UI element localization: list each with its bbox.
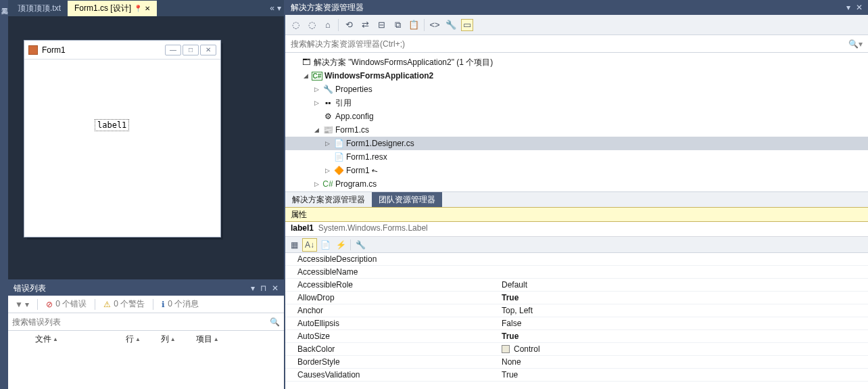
close-icon[interactable]: ✕ (272, 283, 279, 293)
chevron-left-icon[interactable]: « (270, 3, 274, 13)
property-row[interactable]: AutoEllipsisFalse (285, 317, 868, 330)
tree-project[interactable]: WindowsFormsApplication2 (324, 71, 433, 81)
warnings-filter[interactable]: ⚠0 个警告 (99, 297, 149, 311)
tree-program-cs[interactable]: Program.cs (335, 179, 377, 189)
property-row[interactable]: AllowDropTrue (285, 292, 868, 304)
pin-icon[interactable]: 📍 (134, 5, 142, 12)
filter-button[interactable]: ▼ ▾ (11, 298, 33, 311)
solution-tree[interactable]: 🗔解决方案 "WindowsFormsApplication2" (1 个项目)… (285, 53, 868, 191)
property-grid[interactable]: AccessibleDescriptionAccessibleNameAcces… (285, 253, 868, 389)
code-icon[interactable]: <> (429, 19, 441, 31)
tree-solution-root[interactable]: 解决方案 "WindowsFormsApplication2" (1 个项目) (314, 57, 493, 68)
form-icon (28, 45, 38, 55)
categorized-icon[interactable]: ▦ (287, 238, 302, 252)
property-row[interactable]: AnchorTop, Left (285, 304, 868, 317)
solution-toolbar: ◌ ◌ ⌂ ⟲ ⇄ ⊟ ⧉ 📋 <> 🔧 ▭ (285, 15, 868, 35)
winforms-designer-surface[interactable]: Form1 — □ ✕ label1 (8, 16, 284, 279)
property-row[interactable]: AccessibleDescription (285, 253, 868, 266)
designer-form-window[interactable]: Form1 — □ ✕ label1 (24, 41, 220, 237)
dropdown-icon[interactable]: ▾ (251, 283, 255, 293)
property-row[interactable]: BorderStyleNone (285, 356, 868, 369)
left-toolbox-rail[interactable]: 工具箱 (0, 0, 8, 389)
close-icon[interactable]: ✕ (856, 3, 863, 12)
wrench-icon[interactable]: 🔧 (445, 19, 457, 31)
errors-filter[interactable]: ⊘0 个错误 (42, 297, 91, 311)
form-title: Form1 (42, 45, 66, 55)
refresh-icon[interactable]: ⟲ (343, 19, 355, 31)
error-table-header: 文件 ▲ 行 ▲ 列 ▲ 项目 ▲ (8, 331, 284, 347)
tab-text-file[interactable]: 顶顶顶顶.txt (11, 1, 68, 16)
search-icon[interactable]: 🔍▾ (848, 39, 863, 49)
tree-form-resx[interactable]: Form1.resx (346, 152, 387, 162)
pin-icon[interactable]: ⊓ (260, 283, 266, 293)
tab-form-designer[interactable]: Form1.cs [设计] 📍 ✕ (68, 1, 157, 16)
tree-appconfig[interactable]: App.config (335, 112, 374, 121)
maximize-icon: □ (183, 45, 199, 55)
tab-solution-explorer[interactable]: 解决方案资源管理器 (285, 192, 372, 207)
events-icon[interactable]: ⚡ (333, 238, 348, 252)
property-row[interactable]: CausesValidationTrue (285, 369, 868, 382)
error-search-input[interactable] (12, 317, 270, 327)
back-icon[interactable]: ◌ (289, 19, 302, 31)
preview-icon[interactable]: ▭ (461, 19, 473, 31)
tree-form-cs[interactable]: Form1.cs (335, 125, 369, 135)
solution-search-input[interactable] (291, 39, 848, 49)
properties-icon[interactable]: 📋 (408, 19, 420, 31)
close-icon[interactable]: ✕ (145, 5, 150, 12)
sync-icon[interactable]: ⇄ (359, 19, 371, 31)
document-tabstrip: 顶顶顶顶.txt Form1.cs [设计] 📍 ✕ « ▾ (8, 0, 284, 16)
properties-selected-object[interactable]: label1 System.Windows.Forms.Label (285, 222, 868, 237)
properties-title: 属性 (291, 209, 307, 221)
minimize-icon: — (165, 45, 181, 55)
forward-icon[interactable]: ◌ (306, 19, 318, 31)
overflow-icon[interactable]: ▾ (277, 3, 281, 13)
close-window-icon: ✕ (200, 45, 216, 55)
wrench-icon[interactable]: 🔧 (353, 238, 368, 252)
collapse-icon[interactable]: ⊟ (375, 19, 387, 31)
tree-form-code[interactable]: Form1 (346, 166, 370, 175)
error-list-panel: 错误列表 ▾ ⊓ ✕ ▼ ▾ ⊘0 个错误 ⚠0 个警告 ℹ0 个消息 🔍 (8, 279, 284, 389)
tree-designer-cs[interactable]: Form1.Designer.cs (346, 139, 414, 148)
tree-references[interactable]: 引用 (335, 97, 352, 109)
property-row[interactable]: AutoSizeTrue (285, 330, 868, 343)
props-page-icon[interactable]: 📄 (318, 238, 333, 252)
showall-icon[interactable]: ⧉ (391, 19, 404, 31)
panel-title: 错误列表 (14, 283, 46, 294)
messages-filter[interactable]: ℹ0 个消息 (158, 297, 203, 311)
property-row[interactable]: BackColorControl (285, 343, 868, 356)
solution-explorer-title: 解决方案资源管理器 (291, 2, 364, 14)
tree-properties[interactable]: Properties (335, 85, 372, 94)
property-row[interactable]: AccessibleRoleDefault (285, 279, 868, 292)
dropdown-icon[interactable]: ▾ (846, 3, 850, 12)
property-row[interactable]: AccessibleName (285, 266, 868, 279)
search-icon[interactable]: 🔍 (270, 317, 280, 327)
label-control[interactable]: label1 (95, 119, 129, 131)
home-icon[interactable]: ⌂ (322, 19, 334, 31)
tab-team-explorer[interactable]: 团队资源管理器 (372, 192, 442, 207)
alphabetical-icon[interactable]: A↓ (302, 238, 317, 252)
